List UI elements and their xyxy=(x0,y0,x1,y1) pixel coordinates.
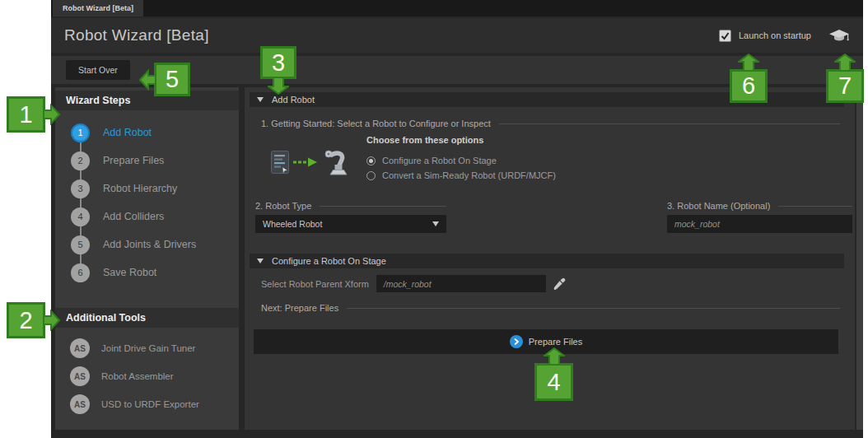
robot-arm-icon xyxy=(321,148,351,176)
sidebar-tool-robot-assembler[interactable]: AS Robot Assembler xyxy=(55,362,239,390)
sidebar-tool-usd-to-urdf-exporter[interactable]: AS USD to URDF Exporter xyxy=(55,390,239,418)
robot-source-illustration xyxy=(270,148,351,176)
callout-number: 3 xyxy=(272,51,285,75)
collapse-caret-icon xyxy=(257,97,264,102)
additional-tools-title: Additional Tools xyxy=(55,308,239,328)
prepare-files-label: Prepare Files xyxy=(529,337,582,347)
additional-tools-list: AS Joint Drive Gain Tuner AS Robot Assem… xyxy=(55,328,239,418)
tool-label: Robot Assembler xyxy=(101,371,174,381)
tool-label: Joint Drive Gain Tuner xyxy=(101,343,195,353)
robot-type-label: 2. Robot Type xyxy=(255,201,311,211)
step-label: Save Robot xyxy=(103,267,156,278)
step-label: Robot Hierarchy xyxy=(103,183,177,194)
robot-type-value: Wheeled Robot xyxy=(263,219,322,229)
check-icon xyxy=(720,30,730,41)
wizard-steps-title: Wizard Steps xyxy=(55,91,239,110)
next-label: Next: Prepare Files xyxy=(261,303,338,313)
callout-number: 2 xyxy=(19,309,32,333)
callout-arrow-up-icon xyxy=(544,347,565,365)
callout-number: 4 xyxy=(547,370,560,394)
radio-dot xyxy=(369,159,373,163)
step-label: Add Joints & Drivers xyxy=(103,239,196,250)
parent-xform-input[interactable]: /mock_robot xyxy=(376,275,546,292)
rule xyxy=(778,206,852,207)
panel-divider xyxy=(239,87,245,430)
xform-picker-button[interactable] xyxy=(553,277,566,291)
robot-name-label-row: 3. Robot Name (Optional) xyxy=(667,201,852,211)
collapse-caret-icon xyxy=(257,259,264,263)
scrollbar[interactable] xyxy=(856,87,863,430)
title-bar: Robot Wizard [Beta] Launch on startup xyxy=(51,18,863,53)
sidebar-item-add-robot[interactable]: 1 Add Robot xyxy=(55,119,239,147)
callout-5: 5 xyxy=(154,63,190,96)
callout-arrow-up-icon xyxy=(834,54,856,71)
callout-4: 4 xyxy=(534,363,573,401)
step-number-badge: 2 xyxy=(71,151,90,170)
callout-number: 5 xyxy=(166,68,179,91)
callout-6: 6 xyxy=(730,69,768,103)
robot-name-placeholder: mock_robot xyxy=(674,219,720,229)
tab-robot-wizard[interactable]: Robot Wizard [Beta] xyxy=(53,0,143,16)
tool-badge: AS xyxy=(70,394,90,414)
tool-badge: AS xyxy=(70,338,90,358)
robot-name-input[interactable]: mock_robot xyxy=(667,215,852,233)
rule xyxy=(320,206,446,207)
next-label-row: Next: Prepare Files xyxy=(261,303,840,313)
parent-xform-row: Select Robot Parent Xform /mock_robot xyxy=(261,275,566,292)
launch-on-startup-checkbox[interactable] xyxy=(719,30,731,42)
callout-arrow-down-icon xyxy=(268,77,289,95)
robot-name-group: 3. Robot Name (Optional) mock_robot xyxy=(667,201,852,233)
rule xyxy=(347,308,840,309)
graduation-cap-icon xyxy=(828,29,850,43)
next-arrow-icon xyxy=(510,335,523,348)
robot-name-label: 3. Robot Name (Optional) xyxy=(667,201,770,211)
callout-number: 1 xyxy=(19,103,32,127)
content-area: Wizard Steps 1 Add Robot 2 Prepare Files… xyxy=(51,87,863,430)
step-number-badge: 3 xyxy=(71,179,90,198)
radio-label: Convert a Sim-Ready Robot (URDF/MJCF) xyxy=(382,170,556,180)
radio-icon xyxy=(366,156,376,165)
callout-arrow-right-icon xyxy=(44,310,60,331)
step-number-badge: 5 xyxy=(71,235,90,254)
sidebar-tool-joint-drive-gain-tuner[interactable]: AS Joint Drive Gain Tuner xyxy=(55,334,239,362)
page: Robot Wizard [Beta] Robot Wizard [Beta] … xyxy=(0,0,868,438)
document-icon xyxy=(270,150,290,175)
getting-started-label-row: 1. Getting Started: Select a Robot to Co… xyxy=(261,119,840,128)
sidebar-item-robot-hierarchy[interactable]: 3 Robot Hierarchy xyxy=(55,175,239,203)
step-label: Prepare Files xyxy=(103,155,164,166)
rule xyxy=(499,123,840,124)
start-over-button[interactable]: Start Over xyxy=(66,60,130,80)
sidebar-item-add-joints-drivers[interactable]: 5 Add Joints & Drivers xyxy=(55,231,239,259)
section-header-configure-on-stage[interactable]: Configure a Robot On Stage xyxy=(250,254,844,268)
step-label: Add Robot xyxy=(103,127,152,138)
robot-type-dropdown[interactable]: Wheeled Robot xyxy=(255,215,446,233)
callout-7: 7 xyxy=(826,69,864,103)
radio-convert-sim-ready[interactable]: Convert a Sim-Ready Robot (URDF/MJCF) xyxy=(366,170,556,180)
callout-1: 1 xyxy=(7,96,45,133)
getting-started-label: 1. Getting Started: Select a Robot to Co… xyxy=(261,119,491,128)
sidebar-item-add-colliders[interactable]: 4 Add Colliders xyxy=(55,203,239,231)
callout-number: 6 xyxy=(742,74,755,98)
eyedropper-icon xyxy=(553,277,566,291)
callout-3: 3 xyxy=(260,46,296,79)
step-number-badge: 1 xyxy=(71,123,90,142)
sidebar-item-prepare-files[interactable]: 2 Prepare Files xyxy=(55,147,239,175)
callout-2: 2 xyxy=(7,302,45,338)
sidebar: Wizard Steps 1 Add Robot 2 Prepare Files… xyxy=(55,87,239,430)
parent-xform-label: Select Robot Parent Xform xyxy=(261,279,369,289)
sidebar-item-save-robot[interactable]: 6 Save Robot xyxy=(55,259,239,287)
dropdown-caret-icon xyxy=(432,221,439,226)
choose-options-label: Choose from these options xyxy=(366,135,483,145)
section-title: Add Robot xyxy=(272,95,315,105)
radio-label: Configure a Robot On Stage xyxy=(382,156,497,165)
tutorial-button[interactable] xyxy=(828,29,850,43)
convert-arrow-icon xyxy=(292,156,319,168)
section-title: Configure a Robot On Stage xyxy=(272,256,386,266)
callout-arrow-left-icon xyxy=(139,69,156,91)
step-number-badge: 6 xyxy=(71,263,90,282)
titlebar-right: Launch on startup xyxy=(719,29,850,43)
tool-label: USD to URDF Exporter xyxy=(101,399,199,409)
tool-badge: AS xyxy=(70,366,90,386)
radio-configure-on-stage[interactable]: Configure a Robot On Stage xyxy=(366,156,497,165)
radio-icon xyxy=(366,171,376,180)
